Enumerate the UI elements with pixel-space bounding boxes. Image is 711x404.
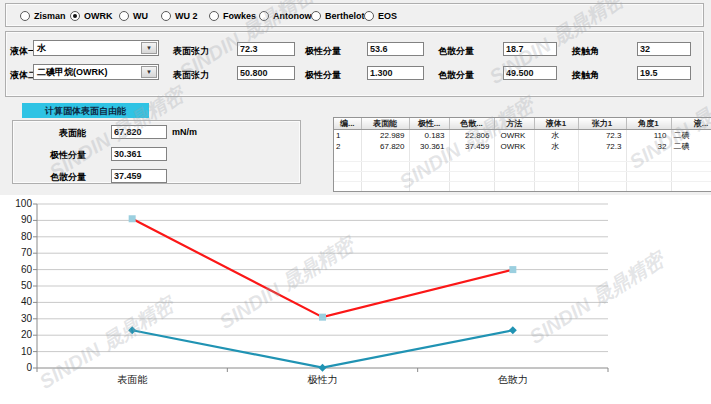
col-header-dispersive[interactable]: 色散... <box>449 118 494 130</box>
dropdown-arrow-icon[interactable]: ▼ <box>141 42 157 54</box>
table-cell <box>494 182 534 192</box>
table-empty-row[interactable] <box>334 162 711 172</box>
table-cell[interactable]: 72.3 <box>578 130 626 142</box>
radio-icon[interactable] <box>161 11 171 21</box>
polar-label: 极性分量 <box>305 45 341 58</box>
method-radio-zisman[interactable]: Zisman <box>20 9 66 22</box>
dispersive-component-label: 色散分量 <box>22 171 86 184</box>
table-cell <box>626 192 671 193</box>
radio-icon[interactable] <box>20 11 30 21</box>
col-header-id[interactable]: 编... <box>334 118 361 130</box>
table-empty-row[interactable] <box>334 192 711 193</box>
table-cell[interactable]: 22.989 <box>361 130 409 142</box>
dropdown-arrow-icon[interactable]: ▼ <box>141 66 157 78</box>
table-cell[interactable]: 30.361 <box>409 141 449 152</box>
table-row[interactable]: 2 67.820 30.361 37.459 OWRK 水 72.3 32 二碘 <box>334 141 711 152</box>
liquid1-surface-tension-input[interactable] <box>237 42 295 56</box>
diamond-marker <box>128 326 136 334</box>
y-axis-tick-label: 10 <box>2 346 32 357</box>
radio-icon[interactable] <box>259 11 269 21</box>
liquid2-polar-input[interactable] <box>367 66 424 80</box>
series-line <box>132 330 513 367</box>
table-cell <box>578 152 626 162</box>
results-table[interactable]: 编... 表面能 极性... 色散... 方法 液体1 张力1 角度1 液...… <box>333 117 711 192</box>
y-axis-tick-label: 30 <box>2 313 32 324</box>
method-radio-eos[interactable]: EOS <box>364 9 397 22</box>
liquid2-contact-angle-input[interactable] <box>637 66 691 80</box>
table-cell <box>671 162 711 172</box>
method-radio-wu[interactable]: WU <box>119 9 148 22</box>
surface-energy-value[interactable] <box>111 125 167 139</box>
table-empty-row[interactable] <box>334 152 711 162</box>
dispersive-component-value[interactable] <box>111 169 167 183</box>
col-header-surface-energy[interactable]: 表面能 <box>361 118 409 130</box>
table-cell <box>409 172 449 182</box>
col-header-angle1[interactable]: 角度1 <box>626 118 671 130</box>
table-empty-row[interactable] <box>334 172 711 182</box>
liquid2-surface-tension-input[interactable] <box>237 66 295 80</box>
table-cell <box>449 162 494 172</box>
y-axis-tick-label: 80 <box>2 231 32 242</box>
calculate-surface-energy-button[interactable]: 计算固体表面自由能 <box>22 103 149 118</box>
table-cell[interactable]: 水 <box>534 130 578 142</box>
table-cell <box>671 152 711 162</box>
x-axis-category-label: 表面能 <box>97 373 167 387</box>
liquid2-select[interactable]: 二碘甲烷(OWRK) ▼ <box>33 64 159 80</box>
table-cell[interactable]: 1 <box>334 130 361 142</box>
table-cell[interactable]: 0.183 <box>409 130 449 142</box>
radio-icon[interactable] <box>364 11 374 21</box>
table-cell <box>409 152 449 162</box>
liquid1-row: 液体一 水 ▼ 表面张力 极性分量 色散分量 接触角 <box>0 42 711 59</box>
table-cell[interactable]: 二碘 <box>671 141 711 152</box>
liquid1-dispersive-input[interactable] <box>503 42 557 56</box>
method-radio-fowkes[interactable]: Fowkes <box>209 9 256 22</box>
radio-icon[interactable] <box>311 11 321 21</box>
polar-component-value[interactable] <box>111 147 167 161</box>
radio-icon[interactable] <box>70 11 80 21</box>
liquid1-select[interactable]: 水 ▼ <box>33 40 159 56</box>
table-cell[interactable]: 22.806 <box>449 130 494 142</box>
table-cell <box>626 182 671 192</box>
table-cell[interactable]: OWRK <box>494 130 534 142</box>
radio-label: Fowkes <box>223 11 256 21</box>
method-radio-antonow[interactable]: Antonow <box>259 9 312 22</box>
col-header-liquid2[interactable]: 液... <box>671 118 711 130</box>
table-cell <box>334 192 361 193</box>
table-cell[interactable]: 水 <box>534 141 578 152</box>
surface-energy-chart: 0102030405060708090100 表面能极性力色散力 处理之后处理之… <box>0 195 711 404</box>
col-header-tension1[interactable]: 张力1 <box>578 118 626 130</box>
table-cell <box>361 172 409 182</box>
table-cell <box>449 172 494 182</box>
square-marker <box>319 314 326 321</box>
method-radio-wu2[interactable]: WU 2 <box>161 9 198 22</box>
table-cell[interactable]: 二碘 <box>671 130 711 142</box>
liquid1-polar-input[interactable] <box>367 42 424 56</box>
table-row[interactable]: 1 22.989 0.183 22.806 OWRK 水 72.3 110 二碘 <box>334 130 711 142</box>
table-cell[interactable]: 37.459 <box>449 141 494 152</box>
table-cell <box>578 162 626 172</box>
method-group: Zisman OWRK WU WU 2 Fowkes Antonow Berth… <box>5 3 704 27</box>
surface-tension-label: 表面张力 <box>173 69 209 82</box>
col-header-method[interactable]: 方法 <box>494 118 534 130</box>
table-empty-row[interactable] <box>334 182 711 192</box>
method-radio-berthelot[interactable]: Berthelot <box>311 9 365 22</box>
y-axis-tick-label: 50 <box>2 280 32 291</box>
radio-label: Berthelot <box>325 11 365 21</box>
col-header-polar[interactable]: 极性... <box>409 118 449 130</box>
col-header-liquid1[interactable]: 液体1 <box>534 118 578 130</box>
surface-energy-unit: mN/m <box>172 127 197 137</box>
radio-icon[interactable] <box>119 11 129 21</box>
table-cell[interactable]: 72.3 <box>578 141 626 152</box>
table-cell <box>361 162 409 172</box>
table-cell[interactable]: 2 <box>334 141 361 152</box>
y-axis-tick-label: 40 <box>2 296 32 307</box>
liquid2-dispersive-input[interactable] <box>503 66 557 80</box>
table-cell[interactable]: OWRK <box>494 141 534 152</box>
radio-icon[interactable] <box>209 11 219 21</box>
table-cell[interactable]: 67.820 <box>361 141 409 152</box>
result-row-polar: 极性分量 <box>12 147 300 163</box>
table-cell[interactable]: 32 <box>626 141 671 152</box>
method-radio-owrk[interactable]: OWRK <box>70 9 113 22</box>
table-cell[interactable]: 110 <box>626 130 671 142</box>
liquid1-contact-angle-input[interactable] <box>637 42 691 56</box>
